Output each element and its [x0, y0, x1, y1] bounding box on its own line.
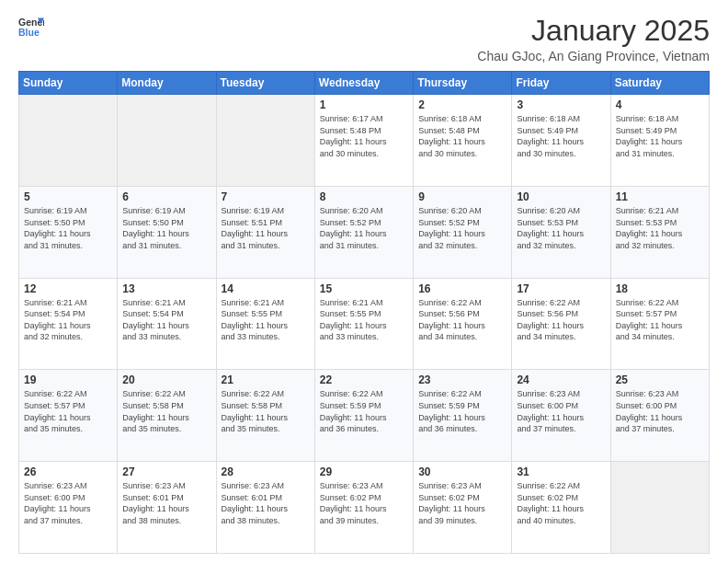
header-sunday: Sunday [19, 72, 118, 95]
calendar-cell [19, 95, 118, 187]
day-info: Sunrise: 6:22 AM Sunset: 5:56 PM Dayligh… [517, 297, 605, 343]
day-number: 27 [122, 465, 210, 478]
day-number: 16 [418, 282, 506, 295]
day-info: Sunrise: 6:18 AM Sunset: 5:49 PM Dayligh… [616, 113, 704, 159]
header-tuesday: Tuesday [216, 72, 314, 95]
day-number: 1 [320, 98, 408, 111]
calendar-title: January 2025 [477, 15, 710, 47]
day-info: Sunrise: 6:21 AM Sunset: 5:53 PM Dayligh… [616, 205, 704, 251]
calendar-cell: 17Sunrise: 6:22 AM Sunset: 5:56 PM Dayli… [512, 278, 610, 370]
day-info: Sunrise: 6:19 AM Sunset: 5:50 PM Dayligh… [122, 205, 210, 251]
calendar-cell: 16Sunrise: 6:22 AM Sunset: 5:56 PM Dayli… [414, 278, 512, 370]
calendar-table: SundayMondayTuesdayWednesdayThursdayFrid… [18, 71, 710, 554]
calendar-cell: 4Sunrise: 6:18 AM Sunset: 5:49 PM Daylig… [610, 95, 709, 187]
calendar-subtitle: Chau GJoc, An Giang Province, Vietnam [477, 49, 710, 63]
calendar-cell: 24Sunrise: 6:23 AM Sunset: 6:00 PM Dayli… [512, 370, 610, 462]
calendar-cell: 28Sunrise: 6:23 AM Sunset: 6:01 PM Dayli… [216, 462, 314, 554]
calendar-cell [216, 95, 314, 187]
calendar-cell: 10Sunrise: 6:20 AM Sunset: 5:53 PM Dayli… [512, 186, 610, 278]
day-number: 9 [418, 190, 506, 203]
day-number: 25 [616, 373, 704, 386]
header-thursday: Thursday [414, 72, 512, 95]
calendar-cell: 6Sunrise: 6:19 AM Sunset: 5:50 PM Daylig… [118, 186, 216, 278]
calendar-cell [610, 462, 709, 554]
calendar-cell [118, 95, 216, 187]
day-info: Sunrise: 6:21 AM Sunset: 5:54 PM Dayligh… [122, 297, 210, 343]
day-info: Sunrise: 6:21 AM Sunset: 5:54 PM Dayligh… [24, 297, 112, 343]
day-number: 26 [24, 465, 112, 478]
calendar-cell: 11Sunrise: 6:21 AM Sunset: 5:53 PM Dayli… [610, 186, 709, 278]
calendar-cell: 14Sunrise: 6:21 AM Sunset: 5:55 PM Dayli… [216, 278, 314, 370]
day-info: Sunrise: 6:19 AM Sunset: 5:50 PM Dayligh… [24, 205, 112, 251]
calendar-cell: 31Sunrise: 6:22 AM Sunset: 6:02 PM Dayli… [512, 462, 610, 554]
week-row-0: 1Sunrise: 6:17 AM Sunset: 5:48 PM Daylig… [19, 95, 710, 187]
calendar-cell: 26Sunrise: 6:23 AM Sunset: 6:00 PM Dayli… [19, 462, 118, 554]
day-number: 20 [122, 373, 210, 386]
calendar-cell: 5Sunrise: 6:19 AM Sunset: 5:50 PM Daylig… [19, 186, 118, 278]
day-number: 28 [222, 465, 310, 478]
day-info: Sunrise: 6:22 AM Sunset: 5:57 PM Dayligh… [24, 388, 112, 434]
day-info: Sunrise: 6:20 AM Sunset: 5:52 PM Dayligh… [418, 205, 506, 251]
calendar-cell: 2Sunrise: 6:18 AM Sunset: 5:48 PM Daylig… [414, 95, 512, 187]
day-info: Sunrise: 6:23 AM Sunset: 6:00 PM Dayligh… [24, 480, 112, 526]
day-info: Sunrise: 6:18 AM Sunset: 5:49 PM Dayligh… [517, 113, 605, 159]
day-info: Sunrise: 6:20 AM Sunset: 5:53 PM Dayligh… [517, 205, 605, 251]
day-number: 21 [222, 373, 310, 386]
day-info: Sunrise: 6:23 AM Sunset: 6:00 PM Dayligh… [616, 388, 704, 434]
day-number: 14 [222, 282, 310, 295]
day-info: Sunrise: 6:23 AM Sunset: 6:01 PM Dayligh… [222, 480, 310, 526]
logo: General Blue [18, 15, 44, 40]
week-row-1: 5Sunrise: 6:19 AM Sunset: 5:50 PM Daylig… [19, 186, 710, 278]
day-info: Sunrise: 6:19 AM Sunset: 5:51 PM Dayligh… [222, 205, 310, 251]
day-info: Sunrise: 6:17 AM Sunset: 5:48 PM Dayligh… [320, 113, 408, 159]
day-info: Sunrise: 6:22 AM Sunset: 5:58 PM Dayligh… [122, 388, 210, 434]
calendar-cell: 3Sunrise: 6:18 AM Sunset: 5:49 PM Daylig… [512, 95, 610, 187]
header-monday: Monday [118, 72, 216, 95]
day-number: 10 [517, 190, 605, 203]
day-info: Sunrise: 6:22 AM Sunset: 5:59 PM Dayligh… [320, 388, 408, 434]
calendar-cell: 30Sunrise: 6:23 AM Sunset: 6:02 PM Dayli… [414, 462, 512, 554]
week-row-4: 26Sunrise: 6:23 AM Sunset: 6:00 PM Dayli… [19, 462, 710, 554]
calendar-cell: 12Sunrise: 6:21 AM Sunset: 5:54 PM Dayli… [19, 278, 118, 370]
calendar-cell: 8Sunrise: 6:20 AM Sunset: 5:52 PM Daylig… [314, 186, 413, 278]
day-number: 13 [122, 282, 210, 295]
calendar-cell: 9Sunrise: 6:20 AM Sunset: 5:52 PM Daylig… [414, 186, 512, 278]
day-number: 17 [517, 282, 605, 295]
calendar-cell: 13Sunrise: 6:21 AM Sunset: 5:54 PM Dayli… [118, 278, 216, 370]
calendar-cell: 7Sunrise: 6:19 AM Sunset: 5:51 PM Daylig… [216, 186, 314, 278]
day-number: 12 [24, 282, 112, 295]
day-number: 22 [320, 373, 408, 386]
day-info: Sunrise: 6:21 AM Sunset: 5:55 PM Dayligh… [320, 297, 408, 343]
page-header: General Blue January 2025 Chau GJoc, An … [18, 15, 710, 63]
day-info: Sunrise: 6:22 AM Sunset: 6:02 PM Dayligh… [517, 480, 605, 526]
day-number: 2 [418, 98, 506, 111]
title-block: January 2025 Chau GJoc, An Giang Provinc… [477, 15, 710, 63]
calendar-cell: 23Sunrise: 6:22 AM Sunset: 5:59 PM Dayli… [414, 370, 512, 462]
calendar-header-row: SundayMondayTuesdayWednesdayThursdayFrid… [19, 72, 710, 95]
day-number: 24 [517, 373, 605, 386]
day-number: 15 [320, 282, 408, 295]
day-number: 7 [222, 190, 310, 203]
day-info: Sunrise: 6:22 AM Sunset: 5:56 PM Dayligh… [418, 297, 506, 343]
header-friday: Friday [512, 72, 610, 95]
header-wednesday: Wednesday [314, 72, 413, 95]
day-number: 11 [616, 190, 704, 203]
day-number: 23 [418, 373, 506, 386]
day-info: Sunrise: 6:18 AM Sunset: 5:48 PM Dayligh… [418, 113, 506, 159]
calendar-cell: 21Sunrise: 6:22 AM Sunset: 5:58 PM Dayli… [216, 370, 314, 462]
day-number: 30 [418, 465, 506, 478]
calendar-cell: 19Sunrise: 6:22 AM Sunset: 5:57 PM Dayli… [19, 370, 118, 462]
week-row-2: 12Sunrise: 6:21 AM Sunset: 5:54 PM Dayli… [19, 278, 710, 370]
day-info: Sunrise: 6:21 AM Sunset: 5:55 PM Dayligh… [222, 297, 310, 343]
day-info: Sunrise: 6:22 AM Sunset: 5:58 PM Dayligh… [222, 388, 310, 434]
calendar-cell: 27Sunrise: 6:23 AM Sunset: 6:01 PM Dayli… [118, 462, 216, 554]
day-info: Sunrise: 6:20 AM Sunset: 5:52 PM Dayligh… [320, 205, 408, 251]
svg-text:Blue: Blue [18, 27, 40, 38]
calendar-cell: 29Sunrise: 6:23 AM Sunset: 6:02 PM Dayli… [314, 462, 413, 554]
day-info: Sunrise: 6:22 AM Sunset: 5:57 PM Dayligh… [616, 297, 704, 343]
calendar-cell: 20Sunrise: 6:22 AM Sunset: 5:58 PM Dayli… [118, 370, 216, 462]
day-info: Sunrise: 6:23 AM Sunset: 6:01 PM Dayligh… [122, 480, 210, 526]
day-info: Sunrise: 6:23 AM Sunset: 6:02 PM Dayligh… [418, 480, 506, 526]
week-row-3: 19Sunrise: 6:22 AM Sunset: 5:57 PM Dayli… [19, 370, 710, 462]
day-number: 3 [517, 98, 605, 111]
